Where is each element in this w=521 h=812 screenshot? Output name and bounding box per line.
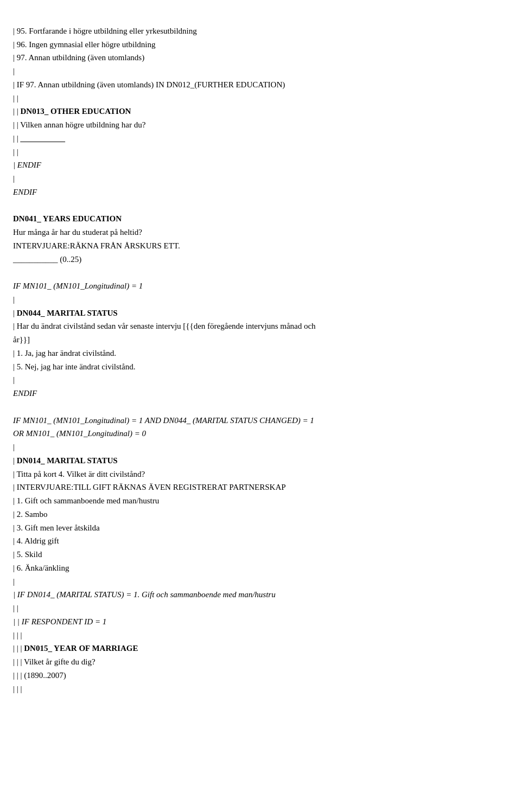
content-line-l20: IF MN101_ (MN101_Longitudinal) = 1 [13,279,508,293]
content-line-l1: | 95. Fortfarande i högre utbildning ell… [13,24,508,38]
content-line-l14 [13,199,508,213]
content-line-l31: OR MN101_ (MN101_Longitudinal) = 0 [13,427,508,440]
content-line-l25: | 1. Ja, jag har ändrat civilstånd. [13,347,508,360]
content-line-l42: | [13,575,508,589]
content-line-l10: | | [13,145,508,159]
content-line-l9: | | ___________ [13,132,508,145]
content-line-l41: | 6. Änka/änkling [13,561,508,575]
content-line-l49: | | | (1890..2007) [13,669,508,682]
content-line-l13: ENDIF [13,186,508,199]
content-line-l33: | DN014_ MARITAL STATUS [13,454,508,468]
content-line-l21: | [13,293,508,306]
content-line-l26: | 5. Nej, jag har inte ändrat civilstånd… [13,360,508,374]
content-line-l29 [13,400,508,414]
content-line-l19 [13,266,508,279]
content-line-l5: | IF 97. Annan utbildning (även utomland… [13,78,508,92]
content-line-l40: | 5. Skild [13,548,508,561]
content-line-l34: | Titta på kort 4. Vilket är ditt civils… [13,468,508,481]
content-line-l38: | 3. Gift men lever åtskilda [13,521,508,535]
content-line-l46: | | | [13,629,508,642]
content-line-l22: | DN044_ MARITAL STATUS [13,306,508,320]
content-line-l28: ENDIF [13,387,508,400]
content-line-l11: | ENDIF [13,158,508,172]
content-line-l47: | | | DN015_ YEAR OF MARRIAGE [13,642,508,655]
content-line-l30: IF MN101_ (MN101_Longitudinal) = 1 AND D… [13,414,508,427]
content-line-l43: | IF DN014_ (MARITAL STATUS) = 1. Gift o… [13,588,508,602]
content-line-l17: INTERVJUARE:RÄKNA FRÅN ÅRSKURS ETT. [13,239,508,253]
content-line-l32: | [13,440,508,454]
content-line-l12: | [13,172,508,186]
content-line-l4: | [13,65,508,78]
main-content: | 95. Fortfarande i högre utbildning ell… [13,11,508,695]
content-line-l27: | [13,373,508,387]
content-line-l2: | 96. Ingen gymnasial eller högre utbild… [13,38,508,52]
content-line-l3: | 97. Annan utbildning (även utomlands) [13,51,508,65]
content-line-l18: ___________ (0..25) [13,253,508,266]
content-line-l36: | 1. Gift och sammanboende med man/hustr… [13,494,508,508]
content-line-l8: | | Vilken annan högre utbildning har du… [13,118,508,132]
content-line-l37: | 2. Sambo [13,508,508,521]
content-line-l15: DN041_ YEARS EDUCATION [13,212,508,226]
content-line-l35: | INTERVJUARE:TILL GIFT RÄKNAS ÄVEN REGI… [13,481,508,494]
content-line-l23: | Har du ändrat civilstånd sedan vår sen… [13,319,508,333]
content-line-l39: | 4. Aldrig gift [13,534,508,548]
content-line-l50: | | | [13,682,508,696]
content-line-l44: | | [13,602,508,615]
content-line-l45: | | IF RESPONDENT ID = 1 [13,615,508,629]
content-line-l7: | | DN013_ OTHER EDUCATION [13,105,508,118]
content-line-l6: | | [13,92,508,105]
content-line-l24: år}}] [13,333,508,347]
content-line-l48: | | | Vilket år gifte du dig? [13,655,508,669]
content-line-l16: Hur många år har du studerat på heltid? [13,226,508,239]
